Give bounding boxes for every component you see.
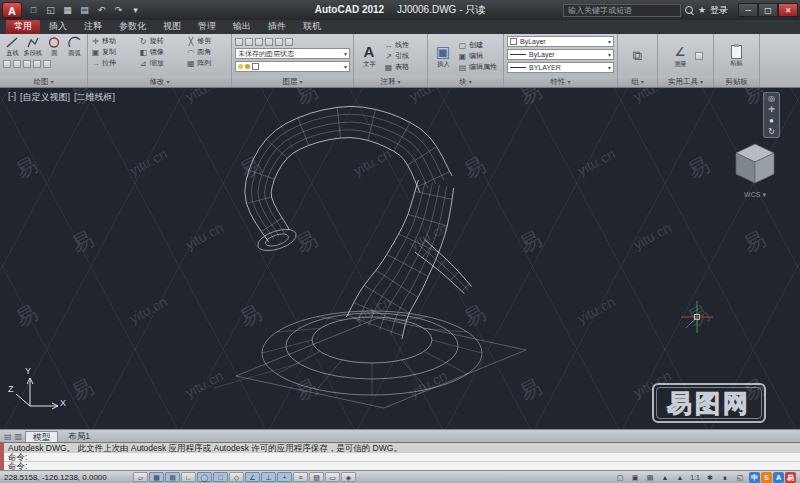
selection-cycling-toggle[interactable]: ◈ (341, 472, 356, 482)
ortho-mode-toggle[interactable]: ∟ (181, 472, 196, 482)
dynamic-ucs-toggle[interactable]: ⊥ (261, 472, 276, 482)
tab-annotate[interactable]: 注释 (76, 19, 110, 34)
ellipse-tool-icon[interactable] (13, 60, 21, 68)
ime-sogou-icon[interactable]: S (761, 472, 772, 483)
layout-nav-icon-2[interactable]: ▥ (15, 432, 23, 441)
3d-object-snap-toggle[interactable]: ◇ (229, 472, 244, 482)
layer-off-icon[interactable] (245, 38, 253, 46)
move-tool[interactable]: ✛移动 (91, 36, 133, 46)
panel-title-groups[interactable]: 组▾ (618, 76, 657, 87)
linear-dimension-tool[interactable]: ↔线性 (384, 40, 409, 50)
measure-tool[interactable]: ∠ 测量 (668, 44, 692, 69)
quick-view-layouts-icon[interactable]: ▣ (628, 472, 642, 482)
group-icon[interactable]: ⧉ (633, 48, 642, 64)
lineweight-toggle[interactable]: ≡ (293, 472, 308, 482)
grid-display-toggle[interactable]: ▤ (165, 472, 180, 482)
object-snap-toggle[interactable]: □ (213, 472, 228, 482)
snap-mode-toggle[interactable]: ▦ (149, 472, 164, 482)
orbit-icon[interactable]: ↻ (768, 127, 775, 136)
panel-title-layers[interactable]: 图层▾ (232, 76, 353, 87)
new-file-button[interactable]: □ (26, 3, 41, 17)
undo-button[interactable]: ↶ (94, 3, 109, 17)
panel-title-properties[interactable]: 特性▾ (504, 76, 617, 87)
paste-tool[interactable]: 粘贴 (725, 45, 749, 68)
transparency-toggle[interactable]: ▨ (309, 472, 324, 482)
polar-tracking-toggle[interactable]: ◯ (197, 472, 212, 482)
visual-style-control[interactable]: [二维线框] (74, 91, 115, 104)
steering-wheel-icon[interactable]: ◎ (768, 94, 775, 103)
panel-title-draw[interactable]: 绘图▾ (0, 76, 87, 87)
panel-title-utilities[interactable]: 实用工具▾ (658, 76, 713, 87)
layer-freeze-icon[interactable] (265, 38, 273, 46)
array-tool[interactable]: ▦阵列 (186, 58, 228, 68)
linetype-dropdown[interactable]: BYLAYER▾ (507, 62, 614, 73)
layer-match-icon[interactable] (285, 38, 293, 46)
annotation-autoscale-icon[interactable]: ▲ (673, 472, 687, 482)
quick-select-icon[interactable] (695, 52, 703, 60)
layer-isolate-icon[interactable] (255, 38, 263, 46)
zoom-icon[interactable]: ● (769, 116, 774, 125)
maximize-button[interactable]: ▢ (758, 3, 778, 17)
tab-insert[interactable]: 插入 (41, 19, 75, 34)
layer-dropdown[interactable]: ▾ (235, 61, 350, 72)
drawing-area[interactable]: yitu.cn易yitu.cn易yitu.cn易yitu.cn易易yitu.cn… (0, 88, 800, 429)
infocenter-search-input[interactable] (563, 4, 681, 17)
layout-nav-icon[interactable]: ▤ (4, 432, 12, 441)
panel-title-block[interactable]: 块▾ (428, 76, 503, 87)
trim-tool[interactable]: ╳修剪 (186, 36, 228, 46)
viewport-menu-control[interactable]: [-] (8, 91, 16, 104)
stretch-tool[interactable]: →拉伸 (91, 58, 133, 68)
favorites-star-icon[interactable]: ★ (698, 5, 706, 15)
save-file-button[interactable]: ▦ (60, 3, 75, 17)
copy-tool[interactable]: ▣复制 (91, 47, 133, 57)
tab-view[interactable]: 视图 (155, 19, 189, 34)
ime-mode-icon[interactable]: A (773, 472, 784, 483)
application-menu-button[interactable]: A (2, 2, 22, 18)
table-tool[interactable]: ▦表格 (384, 62, 409, 72)
command-prompt[interactable]: 命令: (4, 461, 800, 470)
lineweight-dropdown[interactable]: ByLayer▾ (507, 49, 614, 60)
layer-lock-icon[interactable] (275, 38, 283, 46)
tab-online[interactable]: 联机 (295, 19, 329, 34)
annotation-visibility-icon[interactable]: ▲ (658, 472, 672, 482)
close-button[interactable]: ✕ (778, 3, 798, 17)
quick-view-drawings-icon[interactable]: ▤ (643, 472, 657, 482)
infer-constraints-toggle[interactable]: ▱ (133, 472, 148, 482)
panel-title-modify[interactable]: 修改▾ (88, 76, 231, 87)
object-color-dropdown[interactable]: ByLayer▾ (507, 36, 614, 47)
redo-button[interactable]: ↷ (111, 3, 126, 17)
scale-tool[interactable]: ⊿缩放 (139, 58, 181, 68)
text-tool[interactable]: A 文字 (357, 36, 381, 76)
arc-tool[interactable]: 圆弧 (65, 36, 84, 58)
annotation-scale-icon[interactable]: 1:1 (688, 472, 702, 482)
fillet-tool[interactable]: ◠圆角 (186, 47, 228, 57)
tab-manage[interactable]: 管理 (190, 19, 224, 34)
workspace-switching-icon[interactable]: ✱ (703, 472, 717, 482)
object-snap-tracking-toggle[interactable]: ∠ (245, 472, 260, 482)
viewcube[interactable]: WCS ▾ (732, 140, 778, 199)
tab-plugins[interactable]: 插件 (260, 19, 294, 34)
panel-title-annotate[interactable]: 注释▾ (354, 76, 427, 87)
point-tool-icon[interactable] (43, 60, 51, 68)
tab-home[interactable]: 常用 (6, 19, 40, 34)
ime-lang-icon[interactable]: 中 (749, 472, 760, 483)
dynamic-input-toggle[interactable]: + (277, 472, 292, 482)
plot-button[interactable]: ▤ (77, 3, 92, 17)
pan-icon[interactable]: ✛ (768, 105, 775, 114)
edit-block-tool[interactable]: ▣编辑 (458, 51, 497, 61)
line-tool[interactable]: 直线 (3, 36, 22, 58)
circle-tool[interactable]: 圆 (45, 36, 64, 58)
layer-properties-icon[interactable] (235, 38, 243, 46)
quick-properties-toggle[interactable]: ▭ (325, 472, 340, 482)
mirror-tool[interactable]: ◧镜像 (139, 47, 181, 57)
open-file-button[interactable]: ◱ (43, 3, 58, 17)
panel-title-clipboard[interactable]: 剪贴板 (714, 76, 759, 87)
leader-tool[interactable]: ↗引线 (384, 51, 409, 61)
layout1-tab[interactable]: 布局1 (61, 431, 97, 442)
workspace-dropdown-button[interactable]: ▾ (128, 3, 143, 17)
rectangle-tool-icon[interactable] (3, 60, 11, 68)
tab-output[interactable]: 输出 (225, 19, 259, 34)
hatch-tool-icon[interactable] (23, 60, 31, 68)
clean-screen-icon[interactable]: ◱ (733, 472, 747, 482)
coordinates-readout[interactable]: 228.5158, -126.1238, 0.0000 (4, 473, 132, 482)
